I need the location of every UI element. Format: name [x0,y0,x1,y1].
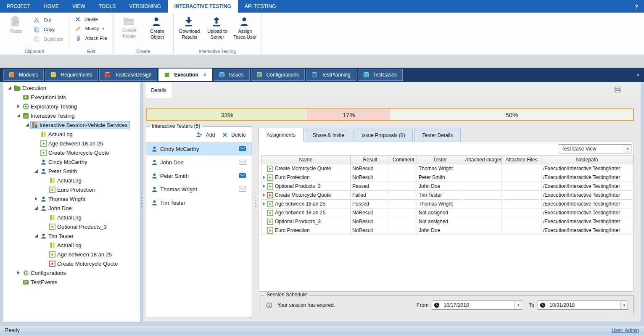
download-results-button[interactable]: DownloadResults [177,14,202,48]
column-header-result[interactable]: Result [351,156,390,164]
attach-file-button[interactable]: Attach File [73,34,110,42]
chevron-down-icon[interactable]: ▾ [624,145,631,153]
table-row[interactable]: Euro ProtectionNoResultPeter Smith/Execu… [261,173,633,182]
table-row[interactable]: Optional Products_3PassedJohn Doe/Execut… [261,182,633,191]
tree-item-cindy-mccarthy[interactable]: Cindy McCarthy [3,157,140,166]
tab-overflow-button[interactable]: ▾ [634,73,641,77]
cut-button[interactable]: Cut [31,16,66,24]
column-header-name[interactable]: Name [261,156,351,164]
user-admin-link[interactable]: User: Admin [612,327,639,333]
tree-item-create-motorcycle-quote[interactable]: Create Motorcycle Quote [3,259,140,268]
tab-requirements[interactable]: Requirements [45,69,98,81]
collapse-expander-icon[interactable] [16,113,21,119]
column-header-attached-files[interactable]: Attached Files [502,156,541,164]
splitter-handle[interactable] [140,82,143,322]
row-expander-icon[interactable] [263,193,265,197]
create-object-button[interactable]: CreateObject [145,14,170,48]
expand-expander-icon[interactable] [33,196,39,202]
tree-item-john-doe[interactable]: John Doe [3,203,140,213]
menu-api-testing[interactable]: API TESTING [238,0,282,13]
tree-item-actuallog[interactable]: ActualLog [3,129,140,139]
collapse-expander-icon[interactable] [24,122,30,128]
tree-item-interactive-session-vehicle-services[interactable]: Interactive Session-Vehicle Services [3,120,140,129]
tree-item-testevents[interactable]: TestEvents [3,277,140,287]
duplicate-button[interactable]: Duplicate [31,35,66,43]
collapse-expander-icon[interactable] [33,233,39,239]
column-header-nodepath[interactable]: Nodepath [541,156,633,164]
tester-tim-tester[interactable]: Tim Tester [146,196,252,209]
tree-item-actuallog[interactable]: ActualLog [3,213,140,222]
tab-issue-proposals-0[interactable]: Issue Proposals (0) [354,129,413,142]
tester-john-doe[interactable]: John Doe [146,156,252,169]
column-header-attached-images[interactable]: Attached images [463,156,502,164]
from-date-picker[interactable]: 10/17/2018 ▾ [432,301,522,310]
collapse-expander-icon[interactable] [33,206,39,211]
paste-button[interactable]: Paste [3,14,29,48]
tab-testcases[interactable]: TestCases [358,69,403,81]
menu-tools[interactable]: TOOLS [92,0,122,13]
tree-item-exploratory-testing[interactable]: Exploratory Testing [3,102,140,111]
tree-item-age-between-18-an-25[interactable]: Age between 18 an 25 [3,139,140,148]
tab-testcasedesign[interactable]: TestCaseDesign [99,69,157,81]
menu-interactive-testing[interactable]: INTERACTIVE TESTING [168,0,238,13]
tree-item-actuallog[interactable]: ActualLog [3,176,140,185]
table-row[interactable]: Create Motorcycle QuoteFailedTim Tester/… [261,191,633,200]
collapse-expander-icon[interactable] [7,85,12,91]
chevron-down-icon[interactable]: ▾ [515,301,522,309]
assign-tosca-user-button[interactable]: AssignTosca User [232,14,258,48]
row-expander-icon[interactable] [263,202,265,206]
tab-details[interactable]: Details [146,82,172,98]
table-row[interactable]: Euro ProtectionNoResultJohn Doe/Executio… [261,226,633,235]
tree-item-euro-protection[interactable]: Euro Protection [3,185,140,194]
expand-expander-icon[interactable] [16,270,21,276]
create-folder-button[interactable]: CreateFolder [117,14,142,48]
table-row[interactable]: Age between 18 an 25PassedThomas Wright/… [261,200,633,208]
splitter-handle[interactable] [254,82,257,322]
tree-item-configurations[interactable]: Configurations [3,268,140,277]
table-row[interactable]: Create Motorcycle QuoteNoResultThomas Wr… [261,164,633,173]
view-selector[interactable]: Test Case View ▾ [559,144,631,153]
column-header-comment[interactable]: Comment [390,156,417,164]
modify-button[interactable]: Modify▾ [73,24,110,33]
upload-to-server-button[interactable]: Upload toServer [205,14,230,48]
tab-assignments[interactable]: Assignments [259,128,304,142]
tab-testplanning[interactable]: TestPlanning [306,69,356,81]
close-icon[interactable]: × [203,72,206,78]
tree-item-execution[interactable]: Execution [3,83,140,92]
menu-project[interactable]: PROJECT [0,0,37,13]
print-button[interactable] [614,87,623,93]
delete-tester-button[interactable]: Delete [222,132,246,138]
tab-execution[interactable]: Execution× [158,69,212,81]
to-date-picker[interactable]: 10/31/2018 ▾ [538,301,628,310]
tree-item-tim-tester[interactable]: Tim Tester [3,231,140,240]
table-row[interactable]: Age between 18 an 25NoResultNot assigned… [261,208,633,217]
delete-button[interactable]: Delete [73,16,110,23]
tab-share-invite[interactable]: Share & Invite [305,129,352,142]
tab-tester-details[interactable]: Tester Details [414,129,461,142]
tab-configurations[interactable]: Configurations [251,69,305,81]
add-tester-button[interactable]: Add [196,132,215,138]
row-expander-icon[interactable] [263,176,265,179]
tree-item-actuallog[interactable]: ActualLog [3,240,140,250]
tester-cindy-mccarthy[interactable]: Cindy McCarthy [146,142,252,156]
menu-home[interactable]: HOME [37,0,66,13]
copy-button[interactable]: Copy [31,25,66,34]
tester-thomas-wright[interactable]: Thomas Wright [146,182,252,196]
tab-modules[interactable]: Modules [3,69,44,81]
menu-versioning[interactable]: VERSIONING [122,0,167,13]
help-button[interactable]: ? [629,0,644,13]
row-expander-icon[interactable] [263,185,265,188]
tree-item-optional-products-3[interactable]: Optional Products_3 [3,222,140,231]
chevron-down-icon[interactable]: ▾ [620,301,628,309]
tree-item-age-between-18-an-25[interactable]: Age between 18 an 25 [3,250,140,259]
column-header-tester[interactable]: Tester [417,156,463,164]
tree-item-thomas-wright[interactable]: Thomas Wright [3,194,140,203]
collapse-expander-icon[interactable] [33,169,39,174]
tester-peter-smith[interactable]: Peter Smith [146,169,252,182]
menu-view[interactable]: VIEW [66,0,92,13]
table-row[interactable]: Optional Products_3NoResultNot assigned/… [261,217,633,226]
tree-item-executionlists[interactable]: ExecutionLists [3,92,140,102]
tree-item-peter-smith[interactable]: Peter Smith [3,166,140,176]
tab-issues[interactable]: Issues [214,69,250,81]
tree-item-create-motorcycle-quote[interactable]: Create Motorcycle Quote [3,148,140,157]
